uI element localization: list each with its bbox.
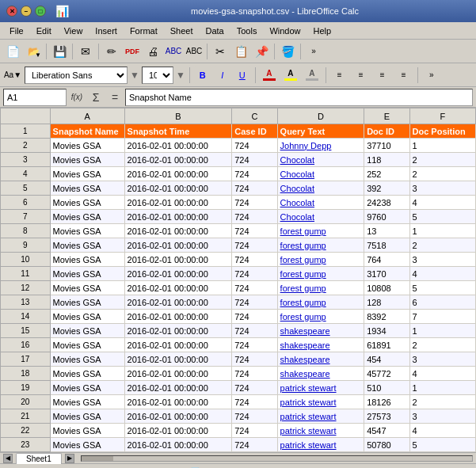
cell-b-row-13[interactable]: 2016-02-01 00:00:00: [124, 295, 232, 310]
styles-icon[interactable]: Aa▼: [3, 66, 22, 85]
cell-a-row-21[interactable]: Movies GSA: [50, 409, 124, 424]
cell-f-row-5[interactable]: 3: [409, 181, 476, 196]
cell-f-row-11[interactable]: 4: [409, 267, 476, 281]
cell-c-row-9[interactable]: 724: [232, 238, 277, 253]
copy-icon[interactable]: 📋: [231, 42, 250, 61]
cell-e-row-10[interactable]: 764: [364, 253, 409, 267]
save-icon[interactable]: 💾: [50, 42, 69, 61]
cell-b-row-11[interactable]: 2016-02-01 00:00:00: [124, 267, 232, 281]
cell-b-row-22[interactable]: 2016-02-01 00:00:00: [124, 424, 232, 438]
menu-item-insert[interactable]: Insert: [89, 25, 124, 37]
cell-a-row-10[interactable]: Movies GSA: [50, 253, 124, 267]
equals-icon[interactable]: =: [106, 89, 124, 106]
cell-c-row-14[interactable]: 724: [232, 310, 277, 324]
menu-item-view[interactable]: View: [58, 25, 89, 37]
cell-b-row-7[interactable]: 2016-02-01 00:00:00: [124, 210, 232, 224]
cell-e-row-3[interactable]: 118: [364, 153, 409, 167]
cell-f-row-21[interactable]: 3: [409, 409, 476, 424]
cell-c-row-16[interactable]: 724: [232, 338, 277, 352]
col-header-f[interactable]: F: [409, 108, 476, 124]
cell-c-row-8[interactable]: 724: [232, 224, 277, 238]
cell-b-row-4[interactable]: 2016-02-01 00:00:00: [124, 167, 232, 181]
header-cell-f[interactable]: Doc Position: [409, 124, 476, 139]
cell-d-row-8[interactable]: forest gump: [277, 224, 364, 238]
cell-c-row-5[interactable]: 724: [232, 181, 277, 196]
cell-c-row-15[interactable]: 724: [232, 324, 277, 338]
paint-icon[interactable]: 🪣: [278, 42, 297, 61]
cell-c-row-23[interactable]: 724: [232, 438, 277, 452]
header-cell-b[interactable]: Snapshot Time: [124, 124, 232, 139]
cell-c-row-22[interactable]: 724: [232, 424, 277, 438]
menu-item-tools[interactable]: Tools: [230, 25, 264, 37]
more-fmt-icon[interactable]: »: [422, 66, 441, 85]
cell-d-row-3[interactable]: Chocolat: [277, 153, 364, 167]
cell-d-row-11[interactable]: forest gump: [277, 267, 364, 281]
font-dropdown-icon[interactable]: ▼: [130, 70, 139, 81]
cell-a-row-5[interactable]: Movies GSA: [50, 181, 124, 196]
cell-d-row-22[interactable]: patrick stewart: [277, 424, 364, 438]
cell-a-row-4[interactable]: Movies GSA: [50, 167, 124, 181]
text-color2-icon[interactable]: A: [303, 66, 322, 85]
cell-e-row-6[interactable]: 24238: [364, 196, 409, 210]
cell-b-row-17[interactable]: 2016-02-01 00:00:00: [124, 352, 232, 367]
menu-item-sheet[interactable]: Sheet: [164, 25, 200, 37]
sheet1-tab[interactable]: Sheet1: [16, 453, 62, 464]
cell-c-row-7[interactable]: 724: [232, 210, 277, 224]
cell-f-row-15[interactable]: 1: [409, 324, 476, 338]
size-dropdown-icon[interactable]: ▼: [176, 70, 185, 81]
formula-input[interactable]: [125, 89, 473, 106]
cell-d-row-5[interactable]: Chocolat: [277, 181, 364, 196]
cell-b-row-18[interactable]: 2016-02-01 00:00:00: [124, 367, 232, 381]
cell-e-row-2[interactable]: 37710: [364, 139, 409, 153]
spellcheck2-icon[interactable]: ABC: [185, 42, 204, 61]
cell-b-row-21[interactable]: 2016-02-01 00:00:00: [124, 409, 232, 424]
cell-d-row-14[interactable]: forest gump: [277, 310, 364, 324]
cell-a-row-9[interactable]: Movies GSA: [50, 238, 124, 253]
cell-b-row-5[interactable]: 2016-02-01 00:00:00: [124, 181, 232, 196]
menu-item-edit[interactable]: Edit: [30, 25, 58, 37]
cell-b-row-9[interactable]: 2016-02-01 00:00:00: [124, 238, 232, 253]
menu-item-format[interactable]: Format: [124, 25, 164, 37]
cell-a-row-16[interactable]: Movies GSA: [50, 338, 124, 352]
cell-f-row-4[interactable]: 2: [409, 167, 476, 181]
cell-e-row-13[interactable]: 128: [364, 295, 409, 310]
cell-c-row-2[interactable]: 724: [232, 139, 277, 153]
cell-d-row-12[interactable]: forest gump: [277, 281, 364, 295]
cell-f-row-7[interactable]: 5: [409, 210, 476, 224]
pdf-icon[interactable]: PDF: [123, 42, 142, 61]
scrollbar-thumb[interactable]: [82, 456, 113, 461]
cell-c-row-4[interactable]: 724: [232, 167, 277, 181]
cell-d-row-21[interactable]: patrick stewart: [277, 409, 364, 424]
cell-d-row-17[interactable]: shakespeare: [277, 352, 364, 367]
cell-f-row-20[interactable]: 2: [409, 395, 476, 409]
minimize-button[interactable]: −: [21, 6, 32, 17]
cell-e-row-16[interactable]: 61891: [364, 338, 409, 352]
function-wizard-icon[interactable]: f(x): [68, 89, 86, 106]
cell-e-row-20[interactable]: 18126: [364, 395, 409, 409]
cell-a-row-19[interactable]: Movies GSA: [50, 381, 124, 395]
cell-e-row-22[interactable]: 4547: [364, 424, 409, 438]
cell-e-row-5[interactable]: 392: [364, 181, 409, 196]
cell-f-row-17[interactable]: 3: [409, 352, 476, 367]
font-color-icon[interactable]: A: [260, 66, 279, 85]
menu-item-window[interactable]: Window: [263, 25, 307, 37]
cell-f-row-16[interactable]: 2: [409, 338, 476, 352]
new-icon[interactable]: 📄: [3, 42, 22, 61]
cell-d-row-2[interactable]: Johnny Depp: [277, 139, 364, 153]
cell-d-row-4[interactable]: Chocolat: [277, 167, 364, 181]
cell-c-row-19[interactable]: 724: [232, 381, 277, 395]
cell-d-row-9[interactable]: forest gump: [277, 238, 364, 253]
scroll-left-btn[interactable]: ◀: [3, 454, 13, 463]
horizontal-scrollbar[interactable]: ◀ Sheet1 ▶: [0, 452, 476, 463]
header-cell-a[interactable]: Snapshot Name: [50, 124, 124, 139]
cell-a-row-11[interactable]: Movies GSA: [50, 267, 124, 281]
header-cell-e[interactable]: Doc ID: [364, 124, 409, 139]
cell-a-row-7[interactable]: Movies GSA: [50, 210, 124, 224]
cell-e-row-15[interactable]: 1934: [364, 324, 409, 338]
cell-f-row-23[interactable]: 5: [409, 438, 476, 452]
cell-d-row-23[interactable]: patrick stewart: [277, 438, 364, 452]
col-header-e[interactable]: E: [364, 108, 409, 124]
header-cell-d[interactable]: Query Text: [277, 124, 364, 139]
cell-e-row-11[interactable]: 3170: [364, 267, 409, 281]
justify-icon[interactable]: ≡: [394, 66, 413, 85]
